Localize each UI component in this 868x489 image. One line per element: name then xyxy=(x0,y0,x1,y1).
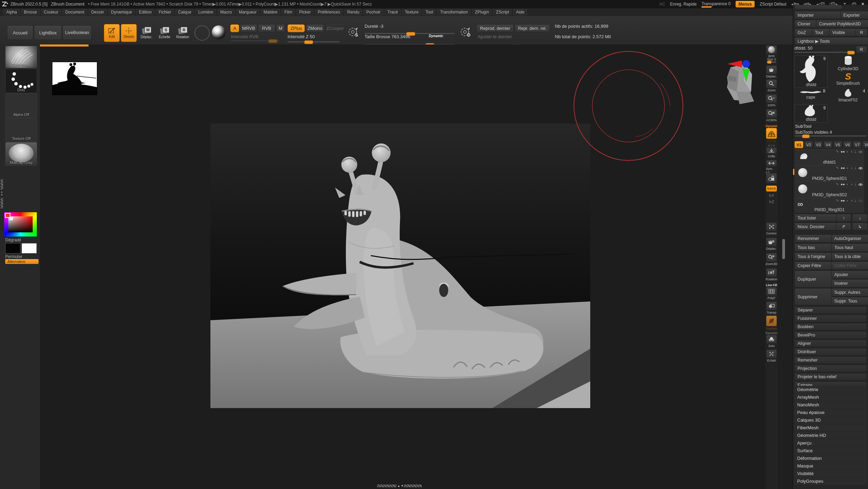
menu-item[interactable]: Tool xyxy=(423,9,436,15)
current-alpha-thumb[interactable]: Alpha Off xyxy=(5,93,37,118)
current-stroke-thumb[interactable]: Dots xyxy=(5,69,37,93)
tool-slider-r-button[interactable]: R xyxy=(856,46,867,53)
palette-section-header[interactable]: Masque xyxy=(794,462,867,470)
document-preview-thumbnail[interactable] xyxy=(52,62,97,95)
menu-item[interactable]: Edition xyxy=(136,9,155,15)
accueil-button[interactable]: Accueil xyxy=(7,25,33,40)
palette-section-header[interactable]: Géometrie HD xyxy=(794,432,867,439)
goz-button[interactable]: GoZ xyxy=(794,28,814,36)
menu-item[interactable]: Tracé xyxy=(385,9,401,15)
tab-v8[interactable]: V8 xyxy=(862,141,868,148)
canvas-area[interactable]: ▲▼ xyxy=(40,44,766,489)
floor-grid-button[interactable]: Grille xyxy=(766,147,777,158)
goz-visible-button[interactable]: Visible xyxy=(829,28,858,36)
visibility-eye-icon[interactable] xyxy=(858,150,863,154)
rotate-gyro-button[interactable]: R Rotation xyxy=(174,25,191,41)
actual-size-button[interactable]: x1 100% xyxy=(766,94,777,107)
current-tool-thumb[interactable]: 9 dfddd xyxy=(794,55,828,88)
menu-item[interactable]: Matière xyxy=(261,9,280,15)
delete-all-button[interactable]: Suppr. Tous xyxy=(831,297,868,305)
anchor-button[interactable]: A xyxy=(230,24,239,32)
axis-gizmo[interactable] xyxy=(727,58,754,83)
replay-last-button[interactable]: Reprod. dernier xyxy=(476,24,514,32)
subtools-visible-slider[interactable]: SubTools visibles 4 xyxy=(795,130,866,136)
list-all-button[interactable]: Tout lister xyxy=(794,214,838,222)
exploded-view-button[interactable]: Eclaté xyxy=(766,349,777,362)
rotate-y-button[interactable]: ↻Y xyxy=(766,193,777,198)
all-to-origin-button[interactable]: Tous à l'origine xyxy=(794,252,833,261)
subtool-header[interactable]: SubTool xyxy=(795,124,811,129)
dynamic-label[interactable]: Dynamic xyxy=(429,34,443,38)
main-color-swatch[interactable] xyxy=(5,243,20,254)
lightbox-tools-button[interactable]: Lightbox ▶ Tools xyxy=(794,37,868,45)
document-viewport[interactable] xyxy=(210,124,590,408)
lock-camera-button[interactable] xyxy=(766,173,777,183)
tray-divider-left[interactable] xyxy=(377,484,397,487)
subtool-down-button[interactable]: ↓ xyxy=(852,214,868,222)
quick-save-button[interactable]: Enreg. Rapide xyxy=(670,2,697,7)
rgb-intensity-slider[interactable] xyxy=(231,40,279,41)
transparence-slider[interactable]: Transparence 0 xyxy=(701,1,731,7)
menu-item[interactable]: Document xyxy=(62,9,87,15)
current-brush-thumb[interactable]: ClothHook xyxy=(5,46,37,68)
palette-section-header[interactable]: PolyGroupes xyxy=(794,478,867,485)
menu-item[interactable]: Fichier xyxy=(156,9,174,15)
lightbox-button[interactable]: LightBox xyxy=(34,25,62,40)
menu-item[interactable]: Dynamique xyxy=(108,9,135,15)
spix-slider[interactable]: Spix 3 xyxy=(766,58,777,63)
zoom-3d-button[interactable]: Zoom3D xyxy=(766,253,777,266)
subtool-row-sphere1[interactable]: ✎●●◐◑⟂ PM3D_Sphere3D1 xyxy=(794,165,865,182)
goz-all-button[interactable]: Tout xyxy=(812,28,831,36)
menu-item[interactable]: Aide xyxy=(513,9,527,15)
menu-item[interactable]: Transformation xyxy=(437,9,470,15)
goz-r-button[interactable]: R xyxy=(856,28,868,36)
tab-v1[interactable]: V1 xyxy=(794,141,803,148)
m-button[interactable]: M xyxy=(276,24,285,32)
menu-item[interactable]: Texture xyxy=(402,9,421,15)
canvas-scrollbar[interactable] xyxy=(782,239,785,259)
scroll-doc-button[interactable]: Déplac. xyxy=(766,65,777,78)
new-folder-button[interactable]: Nouv. Dossier xyxy=(794,223,838,231)
tool-item-limace[interactable]: 4 limaceF02 xyxy=(829,89,867,104)
rotate-3d-button[interactable]: Rotation xyxy=(766,268,777,281)
tab-v4[interactable]: V4 xyxy=(824,141,833,148)
subtool-action-row[interactable]: Projeter le bas-relief xyxy=(794,373,867,381)
solo-button[interactable]: Solo xyxy=(766,335,777,348)
local-symmetry-button[interactable]: Sym. Lo xyxy=(766,160,777,174)
folder-in-button[interactable]: ↳ xyxy=(852,223,868,231)
tray-divider-arrows[interactable]: ▲▼ xyxy=(397,484,404,488)
scale-gyro-button[interactable]: S Echelle xyxy=(156,25,173,41)
visibility-eye-icon[interactable] xyxy=(858,167,863,170)
menu-item[interactable]: Brosse xyxy=(21,9,40,15)
zadd-button[interactable]: ZPlus xyxy=(287,24,305,32)
draw-mode-button[interactable]: Dessin xyxy=(121,24,137,42)
folder-out-button[interactable]: ↱ xyxy=(836,223,851,231)
palette-section-header[interactable]: Géométrie xyxy=(794,386,867,393)
tab-v7[interactable]: V7 xyxy=(853,141,862,148)
menu-item[interactable]: ZPlugin xyxy=(472,9,492,15)
delete-others-button[interactable]: Suppr. Autres xyxy=(831,288,868,297)
z-intensity-slider[interactable] xyxy=(287,41,340,42)
zoom-doc-button[interactable]: Zoom xyxy=(766,79,777,92)
menu-item[interactable]: Film xyxy=(282,9,295,15)
replay-stroke-icon-button[interactable]: D xyxy=(458,25,474,40)
duplicate-button[interactable]: Dupliquer xyxy=(794,271,833,288)
shelf-divider-arrows[interactable]: ▲▼ xyxy=(0,190,3,197)
import-button[interactable]: Importer xyxy=(794,11,842,19)
liveboolean-button[interactable]: LiveBoolean xyxy=(62,25,92,40)
zcut-button[interactable]: ZCouper xyxy=(325,24,345,32)
subtool-row-sphere2[interactable]: ✎●●◐◑⟂ PM3D_Sphere3D2 xyxy=(794,182,865,198)
mrgb-button[interactable]: MRVB xyxy=(240,24,257,32)
tool-item-dfddd2[interactable]: 9 dfddd xyxy=(794,105,828,123)
export-button[interactable]: Exporter xyxy=(840,11,868,19)
menu-item[interactable]: ZScript xyxy=(493,9,512,15)
subtool-up-button[interactable]: ↑ xyxy=(836,214,851,222)
switch-color-label[interactable]: Permuter xyxy=(5,254,22,259)
rotate-xyz-button[interactable]: ↻XYZ xyxy=(766,185,777,192)
menu-item[interactable]: Calque xyxy=(175,9,194,15)
stroke-curve-button[interactable]: S xyxy=(345,25,361,40)
palette-section-header[interactable]: FiberMesh xyxy=(794,424,867,431)
tool-item-cape[interactable]: 8 cape xyxy=(794,89,827,104)
alternative-button[interactable]: Alternative xyxy=(5,259,39,264)
shelf-divider-handle[interactable] xyxy=(1,179,3,190)
